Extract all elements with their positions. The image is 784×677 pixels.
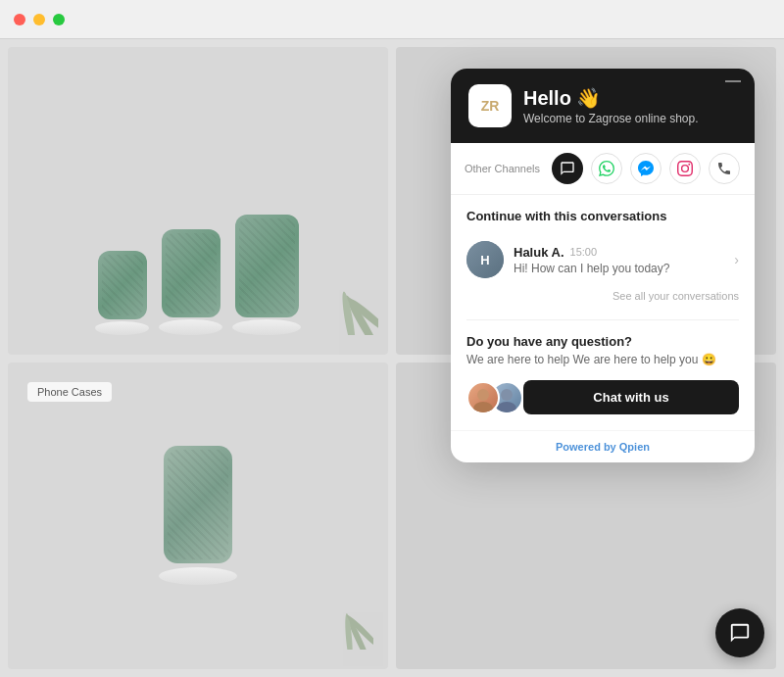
chat-with-us-button[interactable]: Chat with us <box>523 380 739 414</box>
palm-decoration-2 <box>315 581 373 650</box>
traffic-light-green[interactable] <box>53 14 65 25</box>
cta-row: Chat with us <box>466 380 739 414</box>
svg-point-6 <box>477 389 489 401</box>
cta-subtitle: We are here to help We are here to help … <box>466 353 739 366</box>
svg-point-9 <box>497 402 516 412</box>
brand-name[interactable]: Qpien <box>619 441 650 453</box>
phone-case-large <box>235 215 299 317</box>
powered-by-text: Powered by <box>556 441 616 453</box>
logo-text: ZR <box>481 99 500 113</box>
channel-phone-icon[interactable] <box>709 153 740 184</box>
greeting-title: Hello 👋 <box>523 86 699 110</box>
channel-whatsapp-icon[interactable] <box>591 153 622 184</box>
conv-chevron-icon: › <box>734 252 739 267</box>
channel-messenger-icon[interactable] <box>630 153 662 184</box>
channel-tabs: Other Channels <box>451 143 755 195</box>
browser-bar <box>0 0 784 39</box>
cta-title: Do you have any question? <box>466 334 739 349</box>
conv-body: Haluk A. 15:00 Hi! How can I help you to… <box>514 245 724 275</box>
product-cell-bottom-left: Phone Cases <box>8 363 388 670</box>
traffic-light-red[interactable] <box>14 14 25 25</box>
chat-header: ZR Hello 👋 Welcome to Zagrose online sho… <box>451 69 755 143</box>
chat-header-text: Hello 👋 Welcome to Zagrose online shop. <box>523 86 699 125</box>
product-label: Phone Cases <box>27 382 112 402</box>
chat-widget: ZR Hello 👋 Welcome to Zagrose online sho… <box>451 69 755 462</box>
palm-decoration <box>310 257 378 335</box>
other-channels-label: Other Channels <box>465 163 540 174</box>
traffic-light-yellow[interactable] <box>33 14 45 25</box>
chat-fab-icon <box>729 622 751 644</box>
product-cell-top-left <box>8 47 388 355</box>
phone-case-medium <box>162 229 220 317</box>
agent-avatar-1 <box>466 381 500 414</box>
see-all-conversations[interactable]: See all your conversations <box>466 286 739 312</box>
minimize-button[interactable] <box>725 80 741 82</box>
conv-avatar: H <box>466 241 504 278</box>
single-phone-case <box>164 446 232 563</box>
chat-logo: ZR <box>468 84 512 127</box>
channel-instagram-icon[interactable] <box>669 153 701 184</box>
phone-case-small <box>98 251 147 319</box>
cta-section: Do you have any question? We are here to… <box>451 320 755 430</box>
agent-avatars <box>466 381 514 414</box>
conversations-title: Continue with this conversations <box>466 209 739 223</box>
main-content: Phone Cases ZR Hello 👋 Welcome to Zagros <box>0 39 784 677</box>
phone-cases-display <box>75 47 320 355</box>
conv-time: 15:00 <box>570 246 598 258</box>
chat-fab-button[interactable] <box>715 608 764 657</box>
welcome-subtitle: Welcome to Zagrose online shop. <box>523 112 699 125</box>
svg-point-7 <box>473 402 493 412</box>
svg-point-8 <box>501 389 513 401</box>
conv-header-row: Haluk A. 15:00 <box>514 245 724 260</box>
channel-chat-icon[interactable] <box>552 153 583 184</box>
powered-by-footer: Powered by Qpien <box>451 430 755 462</box>
conversation-item[interactable]: H Haluk A. 15:00 Hi! How can I help you … <box>466 233 739 286</box>
conversations-section: Continue with this conversations H Haluk… <box>451 195 755 319</box>
conv-message: Hi! How can I help you today? <box>514 262 724 275</box>
conv-name: Haluk A. <box>514 245 564 260</box>
